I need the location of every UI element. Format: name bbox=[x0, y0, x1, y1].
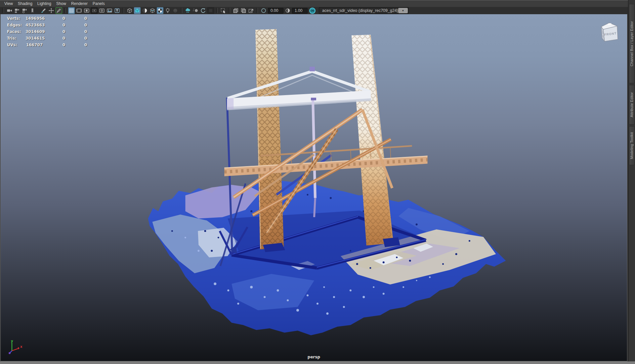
right-panel-tab-strip: Channel Box / Layer Editor Attribute Edi… bbox=[628, 0, 635, 361]
right-lattice-column bbox=[352, 35, 394, 245]
motion-blur-icon[interactable] bbox=[192, 7, 199, 14]
grid-toggle-icon[interactable] bbox=[68, 7, 75, 14]
cycle-arrows-icon[interactable] bbox=[200, 7, 206, 14]
resolution-gate-icon[interactable] bbox=[83, 7, 90, 14]
pencil-tool-icon[interactable] bbox=[56, 7, 62, 14]
base-frame bbox=[232, 217, 426, 268]
menu-shading[interactable]: Shading bbox=[18, 2, 32, 6]
hud-row: Verts: 1496956 0 0 bbox=[7, 15, 87, 22]
textured-cube-icon[interactable] bbox=[149, 7, 156, 14]
snapshot-stack-icon[interactable] bbox=[240, 7, 247, 14]
axis-y-label: y bbox=[11, 339, 13, 343]
toolbar-separator bbox=[3, 8, 4, 13]
chevron-down-icon[interactable]: ▼ bbox=[398, 8, 408, 13]
gamma-field[interactable]: 1.00 bbox=[292, 8, 308, 14]
menu-show[interactable]: Show bbox=[56, 2, 66, 6]
image-plane-icon[interactable] bbox=[106, 7, 113, 14]
tab-channel-box-layer-editor[interactable]: Channel Box / Layer Editor bbox=[629, 4, 635, 83]
export-frame-icon[interactable] bbox=[248, 7, 254, 14]
fog-icon[interactable] bbox=[185, 7, 191, 14]
scene-3d-model bbox=[1, 14, 627, 361]
contrast-icon[interactable] bbox=[284, 7, 291, 14]
mid-lattice-beam bbox=[224, 146, 427, 176]
view-cube[interactable]: FRONT bbox=[598, 19, 620, 45]
toolbar-separator bbox=[64, 8, 66, 13]
gate-mask-icon[interactable] bbox=[91, 7, 98, 14]
top-truss bbox=[227, 67, 371, 110]
panel-menu-bar: View Shading Lighting Show Renderer Pane… bbox=[0, 0, 628, 7]
shadows-sphere-icon[interactable] bbox=[172, 7, 179, 14]
diagonal-braces bbox=[233, 110, 392, 233]
toolbar-separator bbox=[181, 8, 182, 13]
snapshot-copy-icon[interactable] bbox=[233, 7, 239, 14]
toolbar-separator bbox=[216, 8, 218, 13]
viewport-icon-toolbar: 0.00 1.00 ON aces_rrt_sdr_video (display… bbox=[0, 7, 628, 14]
hud-row: Tris: 3014615 0 0 bbox=[7, 35, 87, 42]
bookmark-icon[interactable] bbox=[29, 7, 36, 14]
toolbar-separator bbox=[229, 8, 230, 13]
field-chart-icon[interactable] bbox=[99, 7, 105, 14]
pressed-square-icon[interactable] bbox=[207, 7, 214, 14]
smooth-shaded-icon[interactable] bbox=[134, 7, 141, 14]
menu-lighting[interactable]: Lighting bbox=[37, 2, 51, 6]
colorspace-dropdown-value: aces_rrt_sdr_video (display_rec709_g24) bbox=[322, 8, 398, 13]
exposure-cycle-icon[interactable] bbox=[260, 7, 267, 14]
lighting-bulb-icon[interactable] bbox=[164, 7, 171, 14]
hud-row: Faces: 3014609 0 0 bbox=[7, 28, 87, 35]
bottom-window-strip bbox=[0, 361, 635, 364]
tower-structure bbox=[220, 29, 427, 266]
menu-view[interactable]: View bbox=[4, 2, 13, 6]
toolbar-separator bbox=[123, 8, 124, 13]
camera-bookmark-prev-icon[interactable] bbox=[14, 7, 21, 14]
paint-brush-icon[interactable] bbox=[40, 7, 47, 14]
view-transform-on-badge[interactable]: ON bbox=[309, 8, 316, 14]
ground-tarp bbox=[148, 181, 506, 336]
left-lattice-column bbox=[255, 29, 284, 249]
flat-shaded-sphere-icon[interactable] bbox=[142, 7, 148, 14]
camera-bookmark-cycle-icon[interactable] bbox=[21, 7, 28, 14]
tab-attribute-editor[interactable]: Attribute Editor bbox=[629, 85, 635, 125]
hud-row: Edges: 4523663 0 0 bbox=[7, 22, 87, 28]
move-tool-icon[interactable] bbox=[48, 7, 55, 14]
checker-sphere-icon[interactable] bbox=[157, 7, 163, 14]
texture-placement-icon[interactable] bbox=[114, 7, 120, 14]
exposure-field[interactable]: 0.00 bbox=[268, 8, 283, 14]
film-gate-icon[interactable] bbox=[76, 7, 82, 14]
axis-x-label: x bbox=[20, 345, 22, 349]
camera-name-label: persp bbox=[308, 355, 320, 359]
toolbar-separator bbox=[257, 8, 258, 13]
colorspace-dropdown[interactable]: aces_rrt_sdr_video (display_rec709_g24) … bbox=[319, 7, 409, 14]
videocam-icon[interactable] bbox=[6, 7, 13, 14]
menu-panels[interactable]: Panels bbox=[93, 2, 105, 6]
tab-modeling-toolkit[interactable]: Modeling Toolkit bbox=[629, 126, 635, 165]
viewport-persp-panel[interactable]: Verts: 1496956 0 0 Edges: 4523663 0 0 Fa… bbox=[0, 14, 627, 361]
hud-poly-count: Verts: 1496956 0 0 Edges: 4523663 0 0 Fa… bbox=[7, 15, 87, 48]
base-feet bbox=[220, 227, 400, 255]
hud-row: UVs: 166707 0 0 bbox=[7, 42, 87, 48]
marquee-select-icon[interactable] bbox=[220, 7, 227, 14]
wireframe-cube-icon[interactable] bbox=[126, 7, 133, 14]
menu-renderer[interactable]: Renderer bbox=[71, 2, 88, 6]
axis-gizmo: y x bbox=[5, 339, 24, 358]
